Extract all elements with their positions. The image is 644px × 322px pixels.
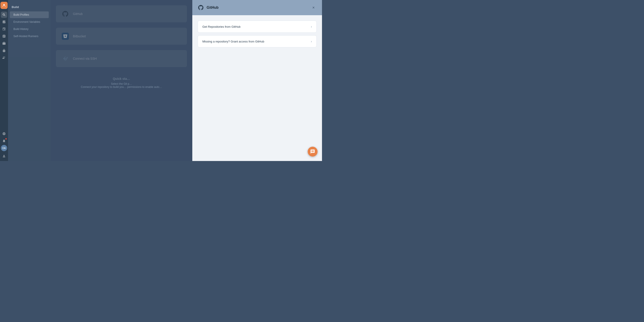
modal-option-missing-repo[interactable]: Missing a repository? Grant access from …: [198, 35, 317, 48]
left-nav-title: Build: [8, 4, 50, 10]
quick-start-desc: Connect your repository to build you… pe…: [60, 86, 182, 88]
nav-icon-briefcase[interactable]: [1, 40, 7, 46]
nav-icon-integrations[interactable]: [1, 26, 7, 32]
modal-option-missing-repo-label: Missing a repository? Grant access from …: [202, 40, 264, 43]
nav-item-build-profiles[interactable]: Build Profiles: [10, 12, 49, 18]
github-icon: [61, 10, 69, 18]
chat-bubble[interactable]: [308, 147, 318, 156]
ssh-label: Connect via SSH: [73, 57, 97, 60]
app-icon[interactable]: [0, 2, 8, 9]
git-option-github[interactable]: GitHub: [56, 5, 187, 22]
modal-header: GitHub ×: [192, 0, 322, 15]
nav-icon-clipboard[interactable]: [1, 33, 7, 39]
modal-option-get-repos-arrow: ›: [311, 25, 312, 28]
svg-point-2: [66, 59, 67, 60]
quick-start-section: Quick sta… Select the Git p… Connect you…: [56, 72, 187, 93]
svg-point-1: [67, 57, 68, 58]
modal-body: Get Repositories from GitHub › Missing a…: [192, 15, 322, 161]
nav-icon-notifications[interactable]: [1, 138, 7, 144]
modal-header-left: GitHub: [198, 4, 218, 11]
left-nav: Build Build Profiles Environment Variabl…: [8, 0, 50, 161]
ssh-icon: [61, 54, 69, 62]
nav-icon-lock[interactable]: [1, 48, 7, 54]
svg-point-0: [3, 4, 5, 5]
git-option-ssh[interactable]: Connect via SSH: [56, 50, 187, 67]
nav-icon-settings[interactable]: [1, 130, 7, 137]
quick-start-title: Quick sta…: [60, 77, 182, 80]
git-option-bitbucket[interactable]: Bitbucket: [56, 28, 187, 45]
bitbucket-icon: [61, 32, 69, 40]
nav-item-self-hosted[interactable]: Self-Hosted Runners: [10, 33, 49, 40]
nav-item-env-vars[interactable]: Environment Variables: [10, 18, 49, 25]
modal-title: GitHub: [206, 6, 218, 10]
icon-sidebar: CA: [0, 0, 8, 161]
nav-icon-analytics[interactable]: [1, 19, 7, 25]
nav-item-build-history[interactable]: Build History: [10, 26, 49, 32]
bitbucket-label: Bitbucket: [73, 34, 86, 38]
nav-icon-profile[interactable]: [1, 153, 7, 159]
main-content: GitHub Bitbucket Connect: [50, 0, 192, 161]
nav-icon-users[interactable]: [1, 54, 7, 61]
modal-panel: GitHub × Get Repositories from GitHub › …: [192, 0, 322, 161]
nav-icon-build[interactable]: [1, 12, 7, 18]
bitbucket-logo: [62, 33, 69, 40]
modal-option-get-repos[interactable]: Get Repositories from GitHub ›: [198, 20, 317, 33]
modal-close-button[interactable]: ×: [310, 4, 317, 11]
modal-option-get-repos-label: Get Repositories from GitHub: [202, 25, 240, 28]
modal-option-missing-repo-arrow: ›: [311, 40, 312, 43]
github-label: GitHub: [73, 12, 83, 16]
user-avatar[interactable]: CA: [1, 145, 7, 151]
content-body: GitHub Bitbucket Connect: [50, 0, 192, 98]
modal-github-icon: [198, 4, 204, 11]
quick-start-subtitle: Select the Git p…: [60, 82, 182, 86]
